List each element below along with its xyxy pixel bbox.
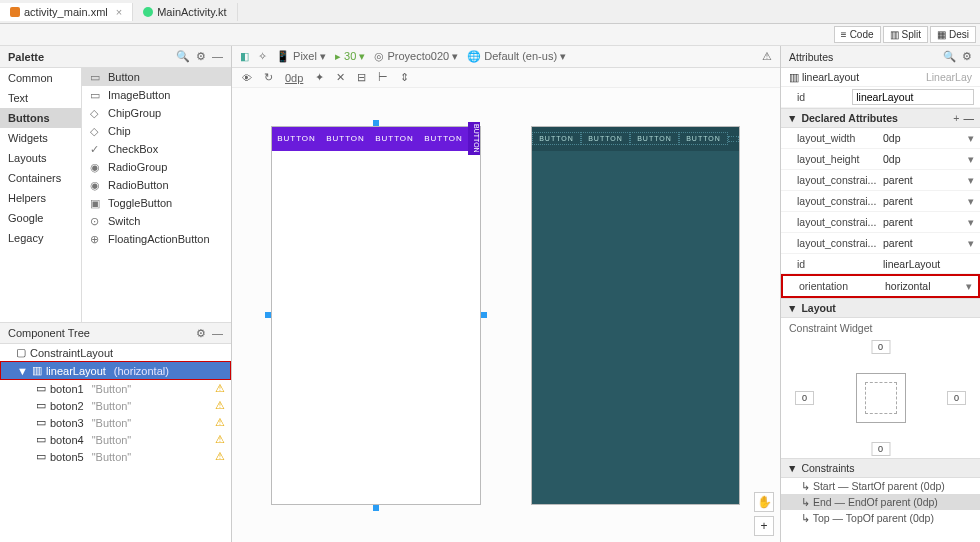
expand-icon[interactable]: ▼ [787, 302, 797, 314]
collapse-icon[interactable]: — [212, 327, 223, 340]
remove-attr-icon[interactable]: — [964, 112, 975, 124]
button-blueprint[interactable]: BUTTON [630, 132, 679, 145]
button-preview[interactable]: BUTTON [272, 134, 321, 143]
align-icon[interactable]: ⊟ [357, 71, 366, 84]
design-preview[interactable]: BUTTON BUTTON BUTTON BUTTON BUTTON [271, 126, 481, 505]
constraint-item[interactable]: ↳ End — EndOf parent (0dp) [781, 494, 980, 510]
search-icon[interactable]: 🔍 [943, 50, 956, 63]
tree-node-boton4[interactable]: ▭boton4"Button"⚠ [0, 431, 231, 448]
palette-category-widgets[interactable]: Widgets [0, 128, 81, 148]
add-attr-icon[interactable]: + [953, 112, 959, 124]
dropdown-icon[interactable]: ▾ [968, 237, 974, 249]
orientation-icon[interactable]: ↻ [264, 71, 273, 84]
tree-node-boton1[interactable]: ▭boton1"Button"⚠ [0, 380, 231, 397]
tree-node-boton5[interactable]: ▭boton5"Button"⚠ [0, 448, 231, 465]
pack-icon[interactable]: ⇕ [400, 71, 409, 84]
attr-row-layout_constrai[interactable]: layout_constrai...parent▾ [781, 212, 980, 233]
palette-item-chipgroup[interactable]: ◇ChipGroup [82, 104, 231, 122]
dropdown-icon[interactable]: ▾ [968, 174, 974, 186]
settings-icon[interactable]: ⚙ [196, 327, 206, 340]
palette-category-common[interactable]: Common [0, 68, 81, 88]
button-preview[interactable]: BUTTON [419, 134, 468, 143]
expand-icon[interactable]: ▼ [787, 112, 797, 124]
tab-activity-main[interactable]: activity_main.xml × [0, 3, 133, 21]
dropdown-icon[interactable]: ▾ [968, 153, 974, 165]
locale-select[interactable]: 🌐 Default (en-us) ▾ [467, 50, 566, 63]
attr-row-layout_height[interactable]: layout_height0dp▾ [781, 149, 980, 170]
zoom-in-button[interactable]: + [754, 516, 774, 536]
constraint-item[interactable]: ↳ Top — TopOf parent (0dp) [781, 510, 980, 526]
palette-item-button[interactable]: ▭Button [82, 68, 231, 86]
api-select[interactable]: ▸ 30 ▾ [335, 50, 365, 63]
button-preview[interactable]: BUTTON [370, 134, 419, 143]
button-blueprint[interactable]: BUTTON [679, 132, 728, 145]
attr-row-orientation[interactable]: orientationhorizontal▾ [781, 274, 980, 298]
palette-item-checkbox[interactable]: ✓CheckBox [82, 140, 231, 158]
theme-select[interactable]: ◎ Proyecto020 ▾ [374, 50, 458, 63]
palette-item-floatingactionbutton[interactable]: ⊕FloatingActionButton [82, 230, 231, 248]
palette-category-buttons[interactable]: Buttons [0, 108, 81, 128]
tree-node-linearlayout[interactable]: ▼ ▥ linearLayout (horizontal) [0, 361, 231, 380]
attr-row-layout_constrai[interactable]: layout_constrai...parent▾ [781, 191, 980, 212]
layers-icon[interactable]: ◧ [240, 50, 249, 63]
settings-icon[interactable]: ⚙ [962, 50, 972, 63]
dropdown-icon[interactable]: ▾ [966, 280, 972, 292]
palette-item-chip[interactable]: ◇Chip [82, 122, 231, 140]
layout-section[interactable]: ▼ Layout [781, 298, 980, 318]
warning-icon[interactable]: ⚠ [762, 50, 772, 63]
code-view-button[interactable]: ≡Code [834, 26, 881, 43]
warning-icon[interactable]: ⚠ [215, 399, 225, 412]
button-preview[interactable]: BUTTON [321, 134, 370, 143]
blueprint-preview[interactable]: BUTTON BUTTON BUTTON BUTTON [531, 126, 740, 505]
magic-icon[interactable]: ✦ [315, 71, 324, 84]
settings-icon[interactable]: ⚙ [196, 50, 206, 63]
constraints-section[interactable]: ▼ Constraints [781, 458, 980, 478]
palette-category-google[interactable]: Google [0, 208, 81, 228]
palette-category-containers[interactable]: Containers [0, 168, 81, 188]
expand-icon[interactable]: ▼ [787, 462, 797, 474]
button-blueprint[interactable]: BUTTON [532, 132, 581, 145]
close-icon[interactable]: × [116, 6, 122, 18]
button-blueprint[interactable]: BUTTON [581, 132, 630, 145]
palette-category-helpers[interactable]: Helpers [0, 188, 81, 208]
warning-icon[interactable]: ⚠ [215, 382, 225, 395]
declared-attributes-section[interactable]: ▼ Declared Attributes + — [781, 108, 980, 128]
pan-button[interactable]: ✋ [754, 492, 774, 512]
constraint-item[interactable]: ↳ Start — StartOf parent (0dp) [781, 478, 980, 494]
dropdown-icon[interactable]: ▾ [968, 216, 974, 228]
palette-category-legacy[interactable]: Legacy [0, 228, 81, 248]
design-view-button[interactable]: ▦Desi [930, 26, 976, 43]
search-icon[interactable]: 🔍 [176, 50, 190, 63]
tab-main-activity[interactable]: MainActivity.kt [133, 3, 237, 21]
id-input[interactable] [852, 89, 974, 105]
constraint-widget[interactable]: 0 0 0 0 [781, 338, 980, 458]
palette-item-imagebutton[interactable]: ▭ImageButton [82, 86, 231, 104]
tree-node-constraintlayout[interactable]: ▢ ConstraintLayout [0, 344, 231, 361]
palette-item-radiobutton[interactable]: ◉RadioButton [82, 176, 231, 194]
palette-category-layouts[interactable]: Layouts [0, 148, 81, 168]
tree-node-boton2[interactable]: ▭boton2"Button"⚠ [0, 397, 231, 414]
attr-row-id[interactable]: idlinearLayout [781, 254, 980, 274]
warning-icon[interactable]: ⚠ [215, 433, 225, 446]
attr-row-layout_constrai[interactable]: layout_constrai...parent▾ [781, 170, 980, 191]
split-view-button[interactable]: ▥Split [883, 26, 928, 43]
expand-icon[interactable]: ▼ [17, 365, 28, 377]
tree-node-boton3[interactable]: ▭boton3"Button"⚠ [0, 414, 231, 431]
eye-icon[interactable]: 👁 [242, 72, 252, 84]
clear-icon[interactable]: ✕ [336, 71, 345, 84]
palette-item-togglebutton[interactable]: ▣ToggleButton [82, 194, 231, 212]
dropdown-icon[interactable]: ▾ [968, 195, 974, 207]
attr-row-layout_width[interactable]: layout_width0dp▾ [781, 128, 980, 149]
margin-value[interactable]: 0dp [285, 72, 303, 84]
button-blueprint-overflow[interactable] [728, 136, 739, 142]
wand-icon[interactable]: ✧ [258, 50, 267, 63]
palette-category-text[interactable]: Text [0, 88, 81, 108]
dropdown-icon[interactable]: ▾ [968, 132, 974, 144]
warning-icon[interactable]: ⚠ [215, 450, 225, 463]
button-overflow[interactable]: BUTTON [468, 122, 480, 155]
device-select[interactable]: 📱 Pixel ▾ [276, 50, 326, 63]
palette-item-radiogroup[interactable]: ◉RadioGroup [82, 158, 231, 176]
warning-icon[interactable]: ⚠ [215, 416, 225, 429]
attr-row-layout_constrai[interactable]: layout_constrai...parent▾ [781, 233, 980, 254]
palette-item-switch[interactable]: ⊙Switch [82, 212, 231, 230]
